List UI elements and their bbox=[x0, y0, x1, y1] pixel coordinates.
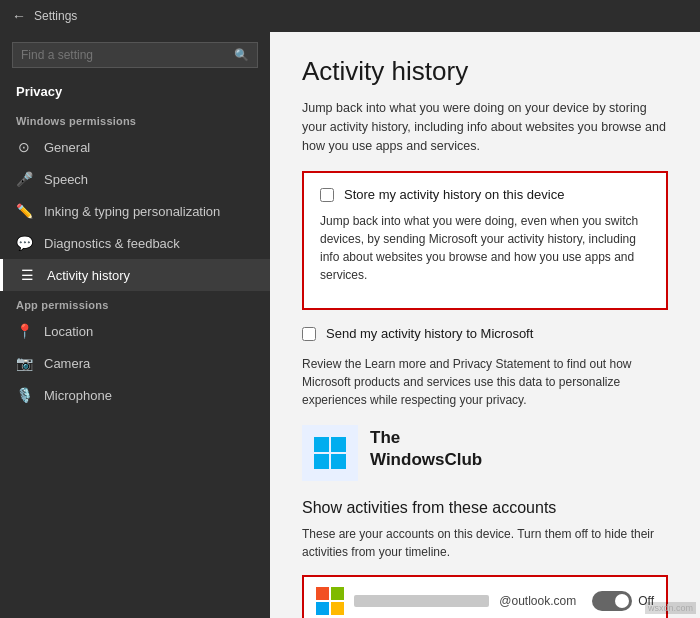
show-activities-title: Show activities from these accounts bbox=[302, 499, 668, 517]
checkbox1-label: Store my activity history on this device bbox=[344, 187, 564, 202]
ms-logo-q4 bbox=[331, 602, 344, 615]
sidebar-item-label: Microphone bbox=[44, 388, 112, 403]
sidebar-item-microphone[interactable]: 🎙️ Microphone bbox=[0, 379, 270, 411]
title-bar-title: Settings bbox=[34, 9, 77, 23]
search-box[interactable]: 🔍 bbox=[12, 42, 258, 68]
wsxdn-watermark: wsxdn.com bbox=[645, 602, 696, 614]
ms-logo-q1 bbox=[316, 587, 329, 600]
page-title: Activity history bbox=[302, 56, 668, 87]
svg-rect-0 bbox=[314, 437, 329, 452]
sidebar-item-location[interactable]: 📍 Location bbox=[0, 315, 270, 347]
checkbox1-row[interactable]: Store my activity history on this device bbox=[320, 187, 650, 202]
sidebar-item-label: Activity history bbox=[47, 268, 130, 283]
app-permissions-label: App permissions bbox=[0, 291, 270, 315]
location-icon: 📍 bbox=[16, 323, 32, 339]
sidebar-item-general[interactable]: ⊙ General bbox=[0, 131, 270, 163]
watermark-text: The WindowsClub bbox=[370, 427, 482, 471]
svg-rect-2 bbox=[314, 454, 329, 469]
general-icon: ⊙ bbox=[16, 139, 32, 155]
svg-rect-3 bbox=[331, 454, 346, 469]
speech-icon: 🎤 bbox=[16, 171, 32, 187]
camera-icon: 📷 bbox=[16, 355, 32, 371]
account-email-bar bbox=[354, 595, 489, 607]
activity-icon: ☰ bbox=[19, 267, 35, 283]
inking-icon: ✏️ bbox=[16, 203, 32, 219]
diagnostics-icon: 💬 bbox=[16, 235, 32, 251]
sidebar-item-speech[interactable]: 🎤 Speech bbox=[0, 163, 270, 195]
account-email: @outlook.com bbox=[499, 594, 576, 608]
sidebar-item-label: Diagnostics & feedback bbox=[44, 236, 180, 251]
back-button[interactable]: ← bbox=[12, 8, 26, 24]
svg-rect-1 bbox=[331, 437, 346, 452]
intro-description: Jump back into what you were doing on yo… bbox=[302, 99, 668, 155]
sidebar-item-activity[interactable]: ☰ Activity history bbox=[0, 259, 270, 291]
store-history-box: Store my activity history on this device… bbox=[302, 171, 668, 310]
sidebar-item-label: Inking & typing personalization bbox=[44, 204, 220, 219]
send-history-checkbox[interactable] bbox=[302, 327, 316, 341]
privacy-label: Privacy bbox=[0, 78, 270, 107]
windows-logo-icon bbox=[314, 437, 346, 469]
sidebar-item-camera[interactable]: 📷 Camera bbox=[0, 347, 270, 379]
windows-permissions-label: Windows permissions bbox=[0, 107, 270, 131]
sidebar-item-inking[interactable]: ✏️ Inking & typing personalization bbox=[0, 195, 270, 227]
account-toggle-box: @outlook.com Off bbox=[302, 575, 668, 618]
sidebar-item-label: General bbox=[44, 140, 90, 155]
ms-logo-q3 bbox=[316, 602, 329, 615]
checkbox2-label: Send my activity history to Microsoft bbox=[326, 326, 533, 341]
account-toggle[interactable] bbox=[592, 591, 632, 611]
store-history-checkbox[interactable] bbox=[320, 188, 334, 202]
title-bar: ← Settings bbox=[0, 0, 700, 32]
sidebar-item-label: Camera bbox=[44, 356, 90, 371]
main-layout: 🔍 Privacy Windows permissions ⊙ General … bbox=[0, 32, 700, 618]
search-icon: 🔍 bbox=[234, 48, 249, 62]
checkbox2-row[interactable]: Send my activity history to Microsoft bbox=[302, 326, 668, 341]
sidebar: 🔍 Privacy Windows permissions ⊙ General … bbox=[0, 32, 270, 618]
microphone-icon: 🎙️ bbox=[16, 387, 32, 403]
microsoft-logo bbox=[316, 587, 344, 615]
watermark-box bbox=[302, 425, 358, 481]
privacy-text: Review the Learn more and Privacy Statem… bbox=[302, 355, 668, 409]
sidebar-item-label: Speech bbox=[44, 172, 88, 187]
show-activities-desc: These are your accounts on this device. … bbox=[302, 525, 668, 561]
watermark-area: The WindowsClub bbox=[302, 425, 668, 485]
ms-logo-q2 bbox=[331, 587, 344, 600]
info-box-text: Jump back into what you were doing, even… bbox=[320, 212, 650, 284]
search-input[interactable] bbox=[21, 48, 228, 62]
sidebar-item-label: Location bbox=[44, 324, 93, 339]
sidebar-item-diagnostics[interactable]: 💬 Diagnostics & feedback bbox=[0, 227, 270, 259]
content-area: Activity history Jump back into what you… bbox=[270, 32, 700, 618]
